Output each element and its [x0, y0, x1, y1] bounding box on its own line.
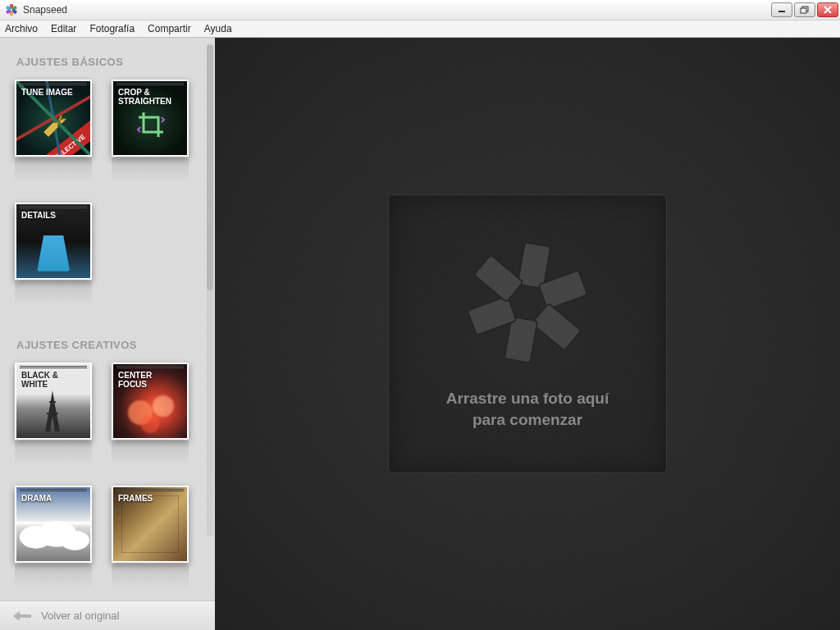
minimize-icon — [778, 7, 786, 13]
restore-button[interactable] — [794, 2, 815, 17]
card-topbar — [116, 83, 184, 85]
tool-tune-image[interactable]: TUNE IMAGE SELECTIVE — [15, 80, 92, 183]
basic-tools: TUNE IMAGE SELECTIVE CROP & STRAIGHTEN — [15, 80, 215, 306]
revert-label: Volver al original — [41, 609, 119, 622]
section-creative-label: AJUSTES CREATIVOS — [16, 339, 215, 351]
restore-icon — [800, 6, 810, 14]
titlebar: Snapseed — [0, 0, 840, 21]
tool-center-focus[interactable]: CENTER FOCUS — [112, 363, 189, 466]
tool-reflection — [112, 441, 189, 466]
tool-frames[interactable]: FRAMES — [112, 486, 189, 589]
eiffel-icon — [39, 389, 66, 433]
minimize-button[interactable] — [771, 2, 792, 17]
menubar: Archivo Editar Fotografía Compartir Ayud… — [0, 21, 840, 38]
card-topbar — [20, 206, 87, 208]
drop-text-line2: para comenzar — [446, 409, 609, 431]
menu-compartir[interactable]: Compartir — [148, 23, 191, 34]
card-topbar — [20, 489, 87, 491]
menu-archivo[interactable]: Archivo — [5, 23, 38, 34]
tool-crop-straighten[interactable]: CROP & STRAIGHTEN — [112, 80, 189, 183]
clouds-icon — [16, 521, 92, 562]
card-topbar — [116, 366, 184, 368]
tool-reflection — [15, 564, 92, 589]
revert-arrow-icon — [11, 609, 33, 623]
sharpener-icon — [37, 235, 70, 272]
revert-button[interactable]: Volver al original — [0, 600, 215, 630]
canvas-area: Arrastre una foto aquí para comenzar — [215, 38, 840, 630]
tool-reflection — [15, 158, 92, 183]
card-topbar — [20, 83, 87, 85]
tool-black-white[interactable]: BLACK & WHITE — [15, 363, 92, 466]
window-title: Snapseed — [23, 4, 771, 16]
menu-fotografia[interactable]: Fotografía — [89, 23, 135, 34]
section-basic-label: AJUSTES BÁSICOS — [16, 56, 215, 68]
tool-label: BLACK & WHITE — [21, 371, 85, 389]
window-buttons — [771, 2, 838, 17]
content: AJUSTES BÁSICOS TUNE IMAGE SELECTIVE — [0, 38, 840, 630]
tool-reflection — [112, 564, 189, 589]
sidebar-scroll: AJUSTES BÁSICOS TUNE IMAGE SELECTIVE — [0, 38, 215, 600]
tool-label: DRAMA — [21, 494, 85, 503]
drop-text: Arrastre una foto aquí para comenzar — [446, 388, 609, 430]
tool-reflection — [15, 441, 92, 466]
tool-details[interactable]: DETAILS — [15, 203, 92, 306]
card-topbar — [116, 489, 184, 491]
sidebar-scrollbar-thumb[interactable] — [207, 44, 213, 290]
tool-drama[interactable]: DRAMA — [15, 486, 92, 589]
card-topbar — [20, 366, 87, 368]
app-icon — [5, 3, 18, 16]
svg-point-15 — [60, 530, 89, 550]
frame-icon — [121, 495, 179, 553]
close-icon — [824, 6, 832, 14]
drop-text-line1: Arrastre una foto aquí — [446, 388, 609, 409]
sidebar: AJUSTES BÁSICOS TUNE IMAGE SELECTIVE — [0, 38, 215, 630]
pinwheel-icon — [462, 237, 593, 368]
crop-icon — [137, 111, 165, 139]
tool-label: CENTER FOCUS — [118, 371, 182, 389]
tool-label: FRAMES — [118, 494, 182, 503]
svg-rect-8 — [801, 8, 806, 13]
tool-label: CROP & STRAIGHTEN — [118, 88, 182, 106]
tool-reflection — [112, 158, 189, 183]
wrench-icon — [39, 109, 71, 142]
tool-label: TUNE IMAGE — [21, 88, 85, 97]
close-button[interactable] — [817, 2, 838, 17]
menu-ayuda[interactable]: Ayuda — [204, 23, 232, 34]
tool-label: DETAILS — [21, 211, 85, 220]
menu-editar[interactable]: Editar — [51, 23, 76, 34]
tool-reflection — [15, 281, 92, 306]
drop-zone[interactable]: Arrastre una foto aquí para comenzar — [388, 194, 667, 473]
creative-tools: BLACK & WHITE CENTER FOCUS — [15, 363, 215, 600]
